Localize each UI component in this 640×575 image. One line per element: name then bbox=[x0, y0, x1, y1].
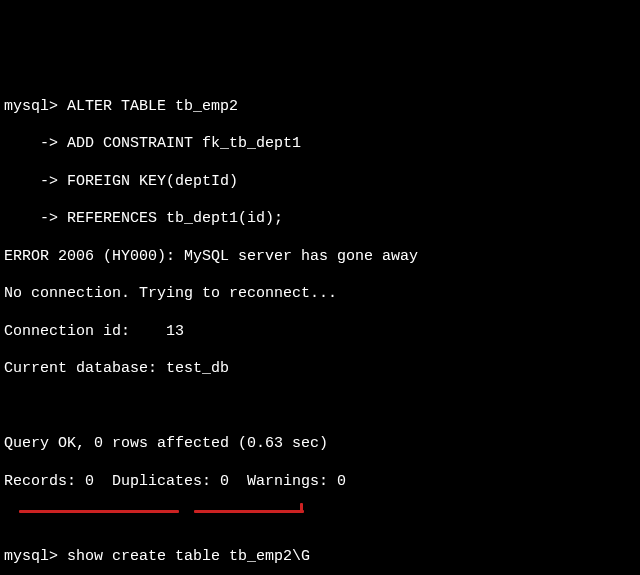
status-line: Connection id: 13 bbox=[4, 323, 636, 342]
blank-line bbox=[4, 510, 636, 529]
result-line: Records: 0 Duplicates: 0 Warnings: 0 bbox=[4, 473, 636, 492]
sql-line: mysql> show create table tb_emp2\G bbox=[4, 548, 636, 567]
sql-line: -> REFERENCES tb_dept1(id); bbox=[4, 210, 636, 229]
result-line: Query OK, 0 rows affected (0.63 sec) bbox=[4, 435, 636, 454]
underline-annotation-hook bbox=[300, 503, 303, 512]
status-line: Current database: test_db bbox=[4, 360, 636, 379]
blank-line bbox=[4, 398, 636, 417]
underline-annotation bbox=[19, 510, 179, 513]
underline-annotation bbox=[194, 510, 304, 513]
terminal-output: mysql> ALTER TABLE tb_emp2 -> ADD CONSTR… bbox=[4, 79, 636, 575]
sql-line: -> FOREIGN KEY(deptId) bbox=[4, 173, 636, 192]
sql-line: -> ADD CONSTRAINT fk_tb_dept1 bbox=[4, 135, 636, 154]
error-line: ERROR 2006 (HY000): MySQL server has gon… bbox=[4, 248, 636, 267]
status-line: No connection. Trying to reconnect... bbox=[4, 285, 636, 304]
sql-line: mysql> ALTER TABLE tb_emp2 bbox=[4, 98, 636, 117]
